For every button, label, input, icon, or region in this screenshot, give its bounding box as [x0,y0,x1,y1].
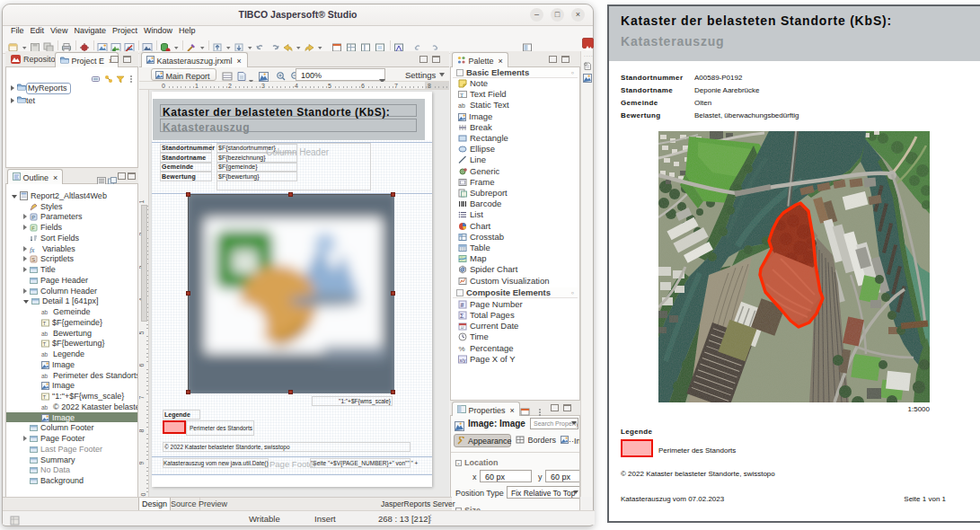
svg-text:ab: ab [41,404,49,411]
svg-text:F: F [31,225,35,231]
svg-text:ab: ab [458,102,465,109]
svg-text:T: T [460,92,464,98]
svg-text:x/y: x/y [460,357,466,362]
svg-text:ab: ab [41,373,49,379]
svg-text:fx: fx [30,245,35,253]
svg-text:%: % [459,345,465,353]
svg-text:P: P [31,215,35,220]
svg-text:ab: ab [41,309,49,315]
svg-text:Σ: Σ [460,313,464,319]
svg-text:ab: ab [41,351,49,358]
svg-text:S: S [31,257,35,262]
svg-text:T: T [43,394,47,400]
svg-text:ab: ab [41,331,49,337]
svg-text:T: T [43,341,47,347]
svg-text:T: T [43,321,47,326]
svg-text:#: # [461,302,464,308]
